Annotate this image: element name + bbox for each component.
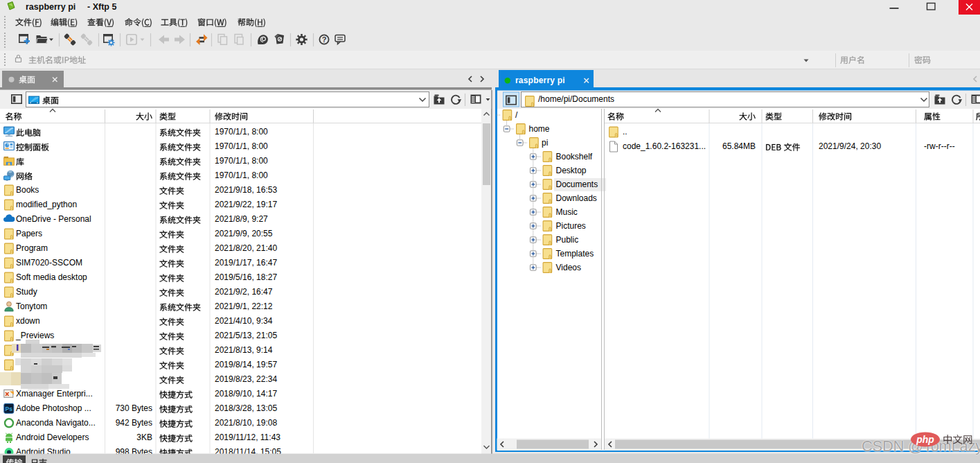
svg-text:?: ? (322, 35, 327, 44)
